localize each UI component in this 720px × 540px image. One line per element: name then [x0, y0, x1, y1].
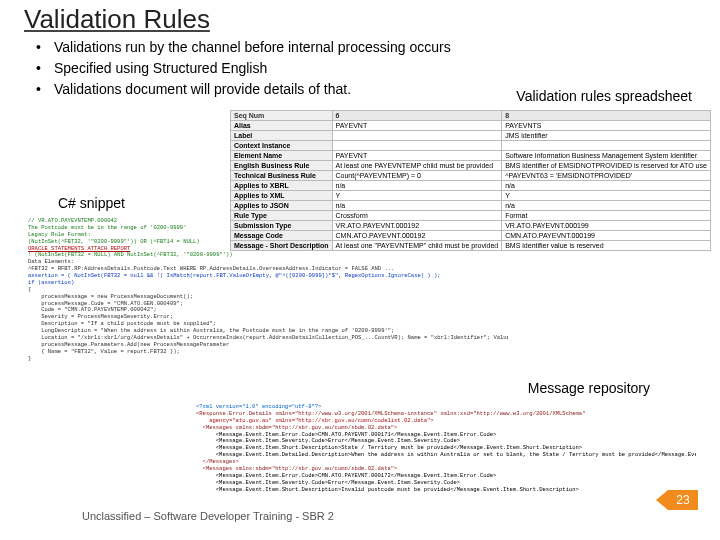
sheet-cell: PAYEVNT — [332, 121, 502, 131]
sheet-cell: BMS identifier of EMSIDNOTPROVIDED is re… — [502, 161, 711, 171]
sheet-cell: n/a — [502, 181, 711, 191]
sheet-cell: Label — [231, 131, 333, 141]
bullet-item: Validations document will provide detail… — [36, 80, 451, 99]
sheet-cell: 6 — [332, 111, 502, 121]
sheet-cell: Count(^PAYEVNTEMP) = 0 — [332, 171, 502, 181]
csharp-label: C# snippet — [58, 195, 125, 211]
page-number: 23 — [676, 493, 689, 507]
sheet-cell: Applies to XBRL — [231, 181, 333, 191]
sheet-cell: Technical Business Rule — [231, 171, 333, 181]
sheet-cell: At least one PAYEVNTEMP child must be pr… — [332, 161, 502, 171]
sheet-cell — [502, 141, 711, 151]
footer-text: Unclassified – Software Developer Traini… — [82, 510, 334, 522]
slide-title: Validation Rules — [24, 4, 210, 35]
sheet-cell: VR.ATO.PAYEVNT.000199 — [502, 221, 711, 231]
page-number-badge: 23 — [668, 490, 698, 510]
sheet-cell: CMN.ATO.PAYEVNT.000199 — [502, 231, 711, 241]
bullet-item: Specified using Structured English — [36, 59, 451, 78]
sheet-cell: Y — [332, 191, 502, 201]
sheet-cell: PAYEVNT — [332, 151, 502, 161]
sheet-cell: n/a — [502, 201, 711, 211]
sheet-cell: English Business Rule — [231, 161, 333, 171]
sheet-cell: Element Name — [231, 151, 333, 161]
sheet-cell: Context Instance — [231, 141, 333, 151]
sheet-cell: Alias — [231, 121, 333, 131]
sheet-cell: n/a — [332, 181, 502, 191]
bullet-item: Validations run by the channel before in… — [36, 38, 451, 57]
sheet-cell: Applies to XML — [231, 191, 333, 201]
sheet-cell — [332, 141, 502, 151]
csharp-snippet: // VR.ATO.PAYEVNTEMP.000042The Postcode … — [28, 218, 508, 408]
sheet-cell — [332, 131, 502, 141]
sheet-cell: BMS identifier value is reserved — [502, 241, 711, 251]
sheet-cell: Software Information Business Management… — [502, 151, 711, 161]
sheet-cell: Seq Num — [231, 111, 333, 121]
sheet-cell: PAYEVNTS — [502, 121, 711, 131]
sheet-cell: JMS identifier — [502, 131, 711, 141]
sheet-cell: n/a — [332, 201, 502, 211]
sheet-cell: 8 — [502, 111, 711, 121]
sheet-cell: Format — [502, 211, 711, 221]
xml-snippet: <?xml version="1.0" encoding="utf-8"?><R… — [196, 404, 696, 492]
sheet-cell: ^PAYEVNT63 = 'EMSIDNOTPROVIDED' — [502, 171, 711, 181]
bullet-list: Validations run by the channel before in… — [36, 38, 451, 101]
message-repository-label: Message repository — [528, 380, 650, 396]
sheet-cell: Y — [502, 191, 711, 201]
sheet-cell: Applies to JSON — [231, 201, 333, 211]
spreadsheet-label: Validation rules spreadsheet — [516, 88, 692, 104]
